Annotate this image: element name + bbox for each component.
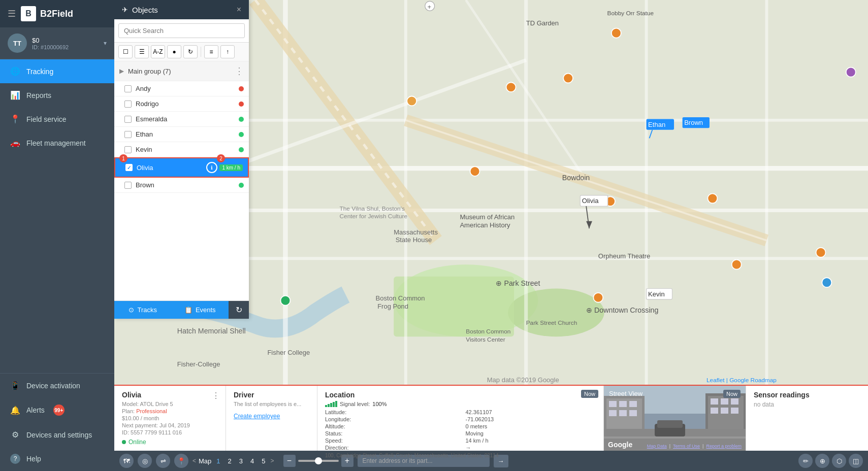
user-section: TT $0 ID: #10000692 ▾ bbox=[0, 27, 114, 59]
object-checkbox[interactable] bbox=[124, 100, 132, 108]
map-page-next[interactable]: > bbox=[270, 457, 274, 464]
signal-bar: Signal level: 100% bbox=[325, 401, 596, 407]
panel-refresh-button[interactable]: ↻ bbox=[229, 301, 249, 319]
location-now-badge: Now bbox=[581, 390, 598, 398]
svg-text:Museum of African: Museum of African bbox=[460, 213, 515, 221]
map-page-2[interactable]: 2 bbox=[226, 456, 234, 466]
object-checkbox[interactable] bbox=[124, 85, 132, 92]
object-name: Ethan bbox=[136, 130, 235, 138]
sidebar-item-device-activation[interactable]: 📱 Device activation bbox=[0, 374, 114, 397]
svg-text:Kevin: Kevin bbox=[648, 290, 665, 298]
svg-text:⊕ Park Street: ⊕ Park Street bbox=[496, 279, 540, 287]
terms-link[interactable]: Terms of Use bbox=[673, 444, 700, 449]
object-name: Rodrigo bbox=[136, 100, 235, 108]
street-view-now-badge: Now bbox=[723, 390, 741, 398]
map-page-5[interactable]: 5 bbox=[259, 456, 268, 466]
map-page-4[interactable]: 4 bbox=[248, 456, 256, 466]
map-right-tool-4[interactable]: ◫ bbox=[849, 454, 863, 468]
svg-text:Fisher College: Fisher College bbox=[267, 349, 310, 356]
map-right-tool-3[interactable]: ⬡ bbox=[832, 454, 846, 468]
search-input[interactable] bbox=[118, 23, 245, 38]
speed-badge: 1 km / h bbox=[219, 164, 243, 171]
create-employee-link[interactable]: Create employee bbox=[234, 413, 280, 420]
object-checkbox[interactable] bbox=[124, 116, 132, 123]
list-item[interactable]: Rodrigo bbox=[114, 96, 249, 112]
status-indicator bbox=[239, 147, 244, 152]
badge-2: 2 bbox=[217, 154, 225, 162]
map-page-1[interactable]: 1 bbox=[214, 456, 222, 466]
list-item[interactable]: Kevin bbox=[114, 142, 249, 157]
fleet-icon: 🚗 bbox=[10, 138, 20, 148]
map-tool-1[interactable]: 🗺 bbox=[119, 454, 134, 468]
avatar: TT bbox=[8, 33, 27, 53]
map-page-prev[interactable]: < bbox=[192, 457, 196, 464]
status-indicator bbox=[239, 117, 244, 122]
sidebar-item-label: Devices and settings bbox=[26, 431, 92, 439]
status-value: Moving bbox=[466, 430, 596, 436]
list-item[interactable]: Brown bbox=[114, 178, 249, 193]
toolbar-refresh-btn[interactable]: ↻ bbox=[183, 45, 198, 58]
group-label: Main group (7) bbox=[128, 68, 171, 75]
svg-point-49 bbox=[816, 248, 826, 257]
object-checkbox[interactable] bbox=[124, 131, 132, 138]
user-dropdown-icon[interactable]: ▾ bbox=[104, 40, 107, 47]
tracking-icon: 🌐 bbox=[10, 66, 20, 76]
toolbar-filter-btn[interactable]: ≡ bbox=[204, 45, 218, 58]
svg-text:+: + bbox=[427, 3, 431, 11]
tracks-button[interactable]: ⊙ Tracks bbox=[114, 301, 172, 319]
object-name: Esmeralda bbox=[136, 115, 235, 123]
list-item[interactable]: Esmeralda bbox=[114, 112, 249, 127]
zoom-handle bbox=[315, 457, 322, 464]
map-right-tool-2[interactable]: ⊕ bbox=[815, 454, 829, 468]
toolbar-list-btn[interactable]: ☰ bbox=[135, 45, 149, 58]
toolbar-add-btn[interactable]: ↑ bbox=[220, 45, 235, 58]
svg-rect-86 bbox=[721, 398, 728, 405]
sidebar-item-tracking[interactable]: 🌐 Tracking bbox=[0, 59, 114, 83]
hamburger-menu[interactable]: ☰ bbox=[8, 8, 16, 19]
map-tool-2[interactable]: ◎ bbox=[138, 454, 152, 468]
object-name: Kevin bbox=[136, 146, 235, 153]
toolbar-dot-btn[interactable]: ● bbox=[167, 45, 181, 58]
sidebar-item-devices-settings[interactable]: ⚙ Devices and settings bbox=[0, 423, 114, 447]
map-tool-pin[interactable]: 📍 bbox=[174, 454, 188, 468]
svg-text:Bobby Orr Statue: Bobby Orr Statue bbox=[607, 10, 654, 17]
map-data-link[interactable]: Map Data bbox=[647, 444, 667, 449]
panel-close-button[interactable]: × bbox=[237, 5, 241, 14]
sidebar-item-alerts[interactable]: 🔔 Alerts 99+ bbox=[0, 397, 114, 423]
object-group-main[interactable]: ▶ Main group (7) ⋮ bbox=[114, 61, 249, 81]
tracks-label: Tracks bbox=[137, 306, 157, 314]
object-checkbox[interactable] bbox=[124, 182, 132, 189]
zoom-slider[interactable] bbox=[298, 460, 339, 462]
events-button[interactable]: 📋 Events bbox=[172, 301, 229, 319]
toolbar-checkbox-btn[interactable]: ☐ bbox=[118, 45, 133, 58]
map-tool-share[interactable]: ⇌ bbox=[156, 454, 170, 468]
sensor-no-data: no data bbox=[754, 401, 860, 408]
direction-label: Direction: bbox=[325, 445, 456, 451]
object-checkbox[interactable] bbox=[124, 146, 132, 153]
map-page-3[interactable]: 3 bbox=[237, 456, 245, 466]
map-right-tool-1[interactable]: ✏ bbox=[798, 454, 813, 468]
object-info-btn[interactable]: ℹ bbox=[206, 162, 217, 173]
status-indicator bbox=[239, 132, 244, 137]
map-area[interactable]: Massachusetts State House The Vilna Shul… bbox=[114, 0, 868, 385]
online-status: Online bbox=[122, 439, 218, 446]
group-options-icon[interactable]: ⋮ bbox=[235, 65, 244, 77]
signal-bars bbox=[325, 401, 337, 407]
sidebar-item-reports[interactable]: 📊 Reports bbox=[0, 83, 114, 107]
object-checkbox[interactable]: ✓ bbox=[125, 164, 133, 171]
zoom-out-button[interactable]: − bbox=[283, 455, 296, 467]
list-item[interactable]: Andy bbox=[114, 81, 249, 96]
report-link[interactable]: Report a problem bbox=[706, 444, 742, 449]
more-menu-button[interactable]: ⋮ bbox=[210, 390, 221, 401]
longitude-value: -71.062013 bbox=[466, 416, 596, 422]
sidebar-item-help[interactable]: ? Help bbox=[0, 447, 114, 471]
object-controls: ℹ 1 km / h bbox=[206, 162, 243, 173]
list-item[interactable]: Ethan bbox=[114, 127, 249, 142]
list-item[interactable]: ✓ Olivia ℹ 1 km / h 1 2 bbox=[114, 157, 249, 178]
checkmark-icon: ✓ bbox=[127, 165, 131, 171]
svg-point-39 bbox=[563, 73, 573, 83]
driver-description: The list of employees is e... bbox=[234, 401, 309, 407]
toolbar-sort-btn[interactable]: A-Z bbox=[151, 45, 165, 58]
sidebar-item-field-service[interactable]: 📍 Field service bbox=[0, 107, 114, 131]
sidebar-item-fleet[interactable]: 🚗 Fleet management bbox=[0, 131, 114, 155]
